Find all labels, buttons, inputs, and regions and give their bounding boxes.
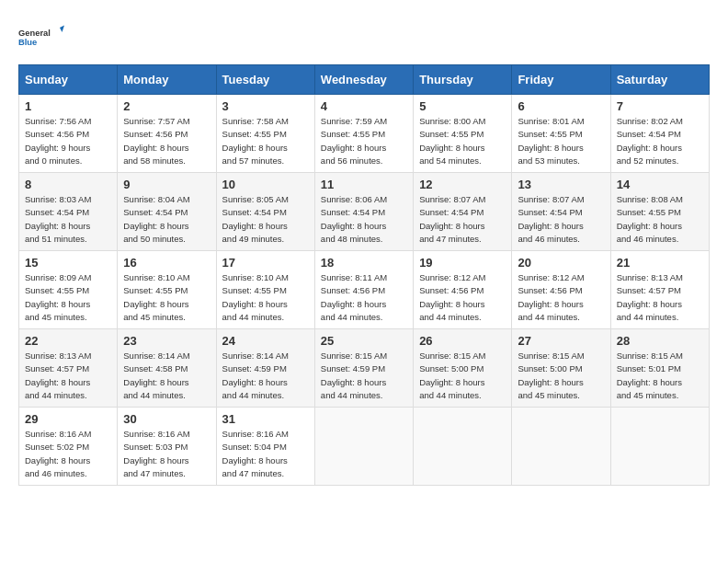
day-info: Sunrise: 8:14 AM Sunset: 4:58 PM Dayligh… bbox=[123, 350, 210, 402]
day-info: Sunrise: 8:16 AM Sunset: 5:02 PM Dayligh… bbox=[25, 428, 111, 480]
week-row-1: 1Sunrise: 7:56 AM Sunset: 4:56 PM Daylig… bbox=[19, 95, 710, 173]
day-info: Sunrise: 8:15 AM Sunset: 4:59 PM Dayligh… bbox=[321, 350, 407, 402]
day-info: Sunrise: 8:15 AM Sunset: 5:00 PM Dayligh… bbox=[419, 350, 506, 402]
day-info: Sunrise: 8:13 AM Sunset: 4:57 PM Dayligh… bbox=[617, 271, 703, 324]
day-number: 24 bbox=[222, 334, 309, 348]
header-saturday: Saturday bbox=[610, 65, 709, 95]
calendar-cell: 29Sunrise: 8:16 AM Sunset: 5:02 PM Dayli… bbox=[19, 408, 118, 486]
day-number: 3 bbox=[222, 99, 309, 113]
calendar-cell: 27Sunrise: 8:15 AM Sunset: 5:00 PM Dayli… bbox=[512, 329, 610, 408]
calendar-cell bbox=[512, 408, 610, 486]
calendar-cell: 9Sunrise: 8:04 AM Sunset: 4:54 PM Daylig… bbox=[118, 173, 216, 251]
day-number: 27 bbox=[518, 334, 604, 348]
svg-marker-2 bbox=[60, 26, 64, 33]
day-info: Sunrise: 8:04 AM Sunset: 4:54 PM Dayligh… bbox=[123, 193, 210, 246]
week-row-4: 22Sunrise: 8:13 AM Sunset: 4:57 PM Dayli… bbox=[19, 329, 710, 408]
day-info: Sunrise: 7:57 AM Sunset: 4:56 PM Dayligh… bbox=[123, 115, 210, 167]
day-number: 15 bbox=[25, 256, 111, 270]
week-row-2: 8Sunrise: 8:03 AM Sunset: 4:54 PM Daylig… bbox=[19, 173, 710, 251]
day-info: Sunrise: 8:12 AM Sunset: 4:56 PM Dayligh… bbox=[518, 271, 604, 324]
header-sunday: Sunday bbox=[19, 65, 118, 95]
calendar-cell: 16Sunrise: 8:10 AM Sunset: 4:55 PM Dayli… bbox=[118, 251, 216, 329]
day-info: Sunrise: 8:16 AM Sunset: 5:03 PM Dayligh… bbox=[123, 428, 210, 480]
day-info: Sunrise: 8:10 AM Sunset: 4:55 PM Dayligh… bbox=[123, 271, 210, 324]
day-number: 25 bbox=[321, 334, 407, 348]
calendar-cell: 14Sunrise: 8:08 AM Sunset: 4:55 PM Dayli… bbox=[610, 173, 709, 251]
calendar-cell: 19Sunrise: 8:12 AM Sunset: 4:56 PM Dayli… bbox=[414, 251, 512, 329]
calendar-cell: 17Sunrise: 8:10 AM Sunset: 4:55 PM Dayli… bbox=[216, 251, 314, 329]
day-number: 9 bbox=[123, 178, 210, 191]
calendar-cell: 12Sunrise: 8:07 AM Sunset: 4:54 PM Dayli… bbox=[414, 173, 512, 251]
day-info: Sunrise: 8:02 AM Sunset: 4:54 PM Dayligh… bbox=[617, 115, 703, 167]
day-number: 17 bbox=[222, 256, 309, 270]
day-info: Sunrise: 8:10 AM Sunset: 4:55 PM Dayligh… bbox=[222, 271, 309, 324]
day-info: Sunrise: 7:59 AM Sunset: 4:55 PM Dayligh… bbox=[321, 115, 407, 167]
calendar-cell: 4Sunrise: 7:59 AM Sunset: 4:55 PM Daylig… bbox=[314, 95, 413, 173]
svg-text:General: General bbox=[18, 29, 51, 38]
day-number: 22 bbox=[25, 334, 111, 348]
header-tuesday: Tuesday bbox=[216, 65, 314, 95]
day-number: 2 bbox=[123, 99, 210, 113]
calendar-cell: 15Sunrise: 8:09 AM Sunset: 4:55 PM Dayli… bbox=[19, 251, 118, 329]
calendar-table: SundayMondayTuesdayWednesdayThursdayFrid… bbox=[18, 64, 710, 486]
day-info: Sunrise: 8:15 AM Sunset: 5:00 PM Dayligh… bbox=[518, 350, 604, 402]
calendar-cell bbox=[414, 408, 512, 486]
day-number: 28 bbox=[617, 334, 703, 348]
day-number: 11 bbox=[321, 178, 407, 191]
calendar-cell bbox=[610, 408, 709, 486]
week-row-5: 29Sunrise: 8:16 AM Sunset: 5:02 PM Dayli… bbox=[19, 408, 710, 486]
day-info: Sunrise: 8:08 AM Sunset: 4:55 PM Dayligh… bbox=[617, 193, 703, 246]
calendar-cell: 20Sunrise: 8:12 AM Sunset: 4:56 PM Dayli… bbox=[512, 251, 610, 329]
day-number: 26 bbox=[419, 334, 506, 348]
calendar-cell: 6Sunrise: 8:01 AM Sunset: 4:55 PM Daylig… bbox=[512, 95, 610, 173]
day-number: 4 bbox=[321, 99, 407, 113]
day-number: 13 bbox=[518, 178, 604, 191]
day-number: 7 bbox=[617, 99, 703, 113]
calendar-cell: 10Sunrise: 8:05 AM Sunset: 4:54 PM Dayli… bbox=[216, 173, 314, 251]
day-number: 31 bbox=[222, 412, 309, 426]
header-wednesday: Wednesday bbox=[314, 65, 413, 95]
logo: General Blue bbox=[18, 18, 64, 55]
day-number: 10 bbox=[222, 178, 309, 191]
day-number: 14 bbox=[617, 178, 703, 191]
day-info: Sunrise: 8:13 AM Sunset: 4:57 PM Dayligh… bbox=[25, 350, 111, 402]
day-number: 21 bbox=[617, 256, 703, 270]
header-thursday: Thursday bbox=[414, 65, 512, 95]
day-info: Sunrise: 8:12 AM Sunset: 4:56 PM Dayligh… bbox=[419, 271, 506, 324]
calendar-header-row: SundayMondayTuesdayWednesdayThursdayFrid… bbox=[19, 65, 710, 95]
calendar-cell: 11Sunrise: 8:06 AM Sunset: 4:54 PM Dayli… bbox=[314, 173, 413, 251]
day-info: Sunrise: 8:11 AM Sunset: 4:56 PM Dayligh… bbox=[321, 271, 407, 324]
day-number: 19 bbox=[419, 256, 506, 270]
calendar-cell: 25Sunrise: 8:15 AM Sunset: 4:59 PM Dayli… bbox=[314, 329, 413, 408]
svg-text:Blue: Blue bbox=[18, 38, 37, 47]
calendar-cell: 26Sunrise: 8:15 AM Sunset: 5:00 PM Dayli… bbox=[414, 329, 512, 408]
day-info: Sunrise: 8:15 AM Sunset: 5:01 PM Dayligh… bbox=[617, 350, 703, 402]
day-info: Sunrise: 8:07 AM Sunset: 4:54 PM Dayligh… bbox=[419, 193, 506, 246]
calendar-cell: 1Sunrise: 7:56 AM Sunset: 4:56 PM Daylig… bbox=[19, 95, 118, 173]
day-number: 16 bbox=[123, 256, 210, 270]
calendar-cell: 13Sunrise: 8:07 AM Sunset: 4:54 PM Dayli… bbox=[512, 173, 610, 251]
calendar-cell: 18Sunrise: 8:11 AM Sunset: 4:56 PM Dayli… bbox=[314, 251, 413, 329]
page-header: General Blue bbox=[18, 18, 710, 55]
day-info: Sunrise: 8:01 AM Sunset: 4:55 PM Dayligh… bbox=[518, 115, 604, 167]
day-number: 6 bbox=[518, 99, 604, 113]
header-monday: Monday bbox=[118, 65, 216, 95]
day-info: Sunrise: 8:06 AM Sunset: 4:54 PM Dayligh… bbox=[321, 193, 407, 246]
calendar-cell: 30Sunrise: 8:16 AM Sunset: 5:03 PM Dayli… bbox=[118, 408, 216, 486]
day-number: 23 bbox=[123, 334, 210, 348]
calendar-cell: 22Sunrise: 8:13 AM Sunset: 4:57 PM Dayli… bbox=[19, 329, 118, 408]
day-number: 18 bbox=[321, 256, 407, 270]
calendar-body: 1Sunrise: 7:56 AM Sunset: 4:56 PM Daylig… bbox=[19, 95, 710, 486]
day-number: 30 bbox=[123, 412, 210, 426]
calendar-cell: 21Sunrise: 8:13 AM Sunset: 4:57 PM Dayli… bbox=[610, 251, 709, 329]
day-number: 1 bbox=[25, 99, 111, 113]
calendar-cell: 28Sunrise: 8:15 AM Sunset: 5:01 PM Dayli… bbox=[610, 329, 709, 408]
day-info: Sunrise: 7:58 AM Sunset: 4:55 PM Dayligh… bbox=[222, 115, 309, 167]
calendar-cell: 5Sunrise: 8:00 AM Sunset: 4:55 PM Daylig… bbox=[414, 95, 512, 173]
day-info: Sunrise: 8:05 AM Sunset: 4:54 PM Dayligh… bbox=[222, 193, 309, 246]
calendar-cell: 2Sunrise: 7:57 AM Sunset: 4:56 PM Daylig… bbox=[118, 95, 216, 173]
day-number: 29 bbox=[25, 412, 111, 426]
header-friday: Friday bbox=[512, 65, 610, 95]
calendar-cell: 24Sunrise: 8:14 AM Sunset: 4:59 PM Dayli… bbox=[216, 329, 314, 408]
calendar-cell: 7Sunrise: 8:02 AM Sunset: 4:54 PM Daylig… bbox=[610, 95, 709, 173]
